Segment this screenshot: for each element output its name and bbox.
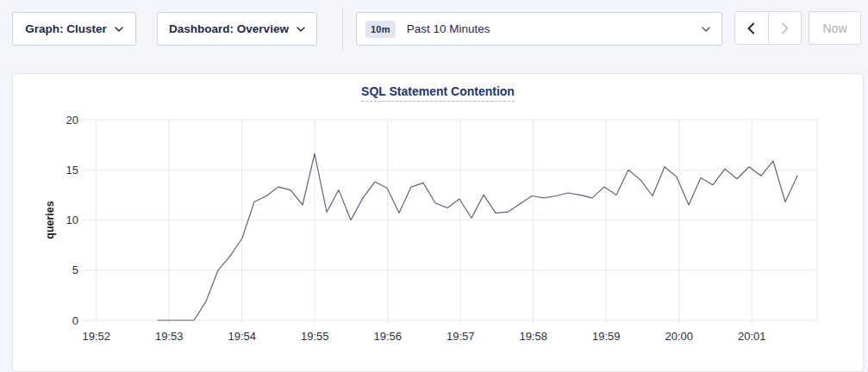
time-range-badge: 10m	[365, 21, 396, 38]
x-tick-label: 19:53	[155, 330, 184, 343]
x-tick-label: 20:00	[665, 330, 693, 343]
chevron-right-icon	[781, 22, 789, 34]
time-back-button[interactable]	[735, 12, 768, 44]
dashboard-dropdown-label: Dashboard: Overview	[169, 22, 289, 35]
dashboard-dropdown[interactable]: Dashboard: Overview	[157, 12, 317, 46]
y-tick-label: 10	[66, 214, 78, 226]
x-tick-label: 19:52	[82, 330, 110, 343]
time-nav-group	[734, 11, 802, 45]
x-tick-label: 19:57	[446, 330, 475, 343]
x-tick-label: 19:56	[373, 330, 402, 343]
y-tick-label: 0	[72, 314, 78, 327]
graph-toolbar: Graph: Cluster Dashboard: Overview 10m P…	[0, 0, 868, 60]
y-tick-label: 20	[66, 114, 78, 127]
chart-panel: SQL Statement Contention 0510152019:5219…	[12, 73, 864, 372]
chevron-left-icon	[747, 22, 755, 34]
x-tick-label: 20:01	[738, 330, 766, 343]
graph-dropdown[interactable]: Graph: Cluster	[12, 12, 136, 46]
chevron-down-icon	[115, 27, 123, 32]
chevron-down-icon	[297, 27, 305, 32]
time-range-dropdown[interactable]: 10m Past 10 Minutes	[356, 12, 722, 46]
chevron-down-icon	[702, 27, 710, 32]
now-button[interactable]: Now	[809, 11, 861, 45]
x-tick-label: 19:54	[228, 330, 256, 343]
toolbar-divider	[342, 8, 343, 50]
x-tick-label: 19:55	[301, 330, 329, 343]
chart-plot-area[interactable]: 0510152019:5219:5319:5419:5519:5619:5719…	[13, 74, 865, 372]
y-tick-label: 5	[72, 264, 78, 276]
x-tick-label: 19:58	[519, 330, 547, 343]
time-forward-button[interactable]	[768, 12, 802, 44]
y-tick-label: 15	[66, 164, 78, 177]
x-tick-label: 19:59	[592, 330, 621, 343]
graph-dropdown-label: Graph: Cluster	[25, 22, 107, 35]
time-range-label: Past 10 Minutes	[407, 22, 702, 35]
y-axis-label: queries	[44, 201, 56, 239]
series-line-queries	[158, 154, 797, 320]
